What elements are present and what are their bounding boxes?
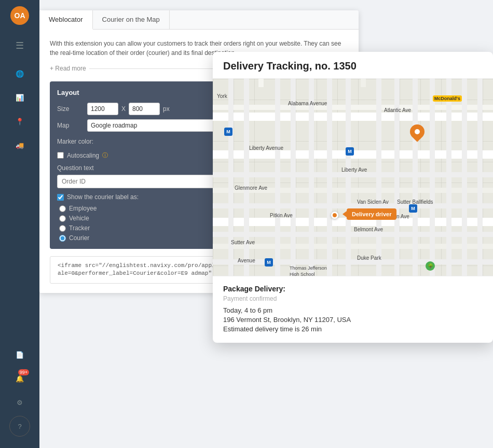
sidebar-item-document[interactable]: 📄: [9, 344, 30, 365]
info-icon: ⓘ: [102, 151, 108, 159]
autoscaling-checkbox[interactable]: [57, 152, 64, 159]
label-belmont: Belmont Ave: [354, 227, 383, 232]
tab-weblocator[interactable]: Weblocator: [39, 10, 93, 30]
radio-courier: Courier: [59, 234, 230, 242]
courier-label-row: Show the courier label as:: [57, 193, 230, 201]
question-text-label: Question text: [57, 164, 230, 172]
delivery-time: Today, 4 to 6 pm: [223, 306, 483, 314]
sidebar-item-globe[interactable]: 🌐: [9, 63, 30, 84]
label-liberty: Liberty Ave: [341, 167, 367, 173]
mcdonalds-marker: McDonald's: [433, 95, 462, 102]
sidebar-item-truck[interactable]: 🚚: [9, 135, 30, 156]
radio-employee-label: Employee: [69, 205, 97, 212]
marker-color-label: Marker color:: [57, 138, 215, 145]
layout-box: Layout Size X px Map Google roadmap: [50, 81, 237, 249]
street-v5: [291, 79, 296, 276]
street-v2: [244, 79, 249, 276]
map-select[interactable]: Google roadmap: [87, 119, 230, 132]
metro-york: M: [224, 128, 232, 136]
delivery-overlay: Delivery Tracking, no. 1350 Alabama Ave: [213, 52, 493, 343]
park-marker: 🌳: [426, 261, 435, 271]
metro-avenue: M: [265, 258, 273, 267]
map-row: Map Google roadmap: [57, 119, 230, 132]
delivery-driver-badge: Delivery driver: [347, 208, 396, 220]
label-atlantic: Atlantic Ave: [384, 107, 411, 113]
label-vansiclen: Van Siclen Av: [357, 199, 389, 205]
size-height-input[interactable]: [129, 103, 160, 115]
metro-liberty: M: [346, 147, 354, 156]
radio-vehicle-label: Vehicle: [69, 215, 89, 222]
street-v3: [258, 79, 264, 87]
courier-label-text: Show the courier label as:: [67, 193, 139, 201]
tab-courier-map[interactable]: Courier on the Map: [93, 10, 170, 29]
street-v13: [430, 79, 435, 276]
sidebar: OA ☰ 🌐 📊 📍 🚚 📄 🔔 99+ ⚙ ?: [0, 0, 39, 448]
radio-vehicle-input[interactable]: [59, 215, 66, 222]
courier-label-checkbox[interactable]: [57, 194, 64, 201]
label-sutter: Sutter Ave: [231, 240, 255, 245]
radio-vehicle: Vehicle: [59, 215, 230, 222]
label-tj: Thomas JeffersonHigh School: [290, 265, 327, 276]
pin-dot: [415, 129, 420, 134]
radio-courier-label: Courier: [69, 234, 89, 242]
label-avenue: Avenue: [238, 258, 255, 263]
street-v15: [462, 79, 467, 276]
street-v4: [275, 79, 280, 276]
px-label: px: [163, 105, 170, 113]
package-title: Package Delivery:: [223, 285, 483, 293]
sidebar-item-help[interactable]: ?: [9, 416, 30, 437]
delivery-address: 196 Vermont St, Brooklyn, NY 11207, USA: [223, 316, 483, 324]
radio-tracker-label: Tracker: [69, 225, 90, 232]
destination-dot: [331, 212, 338, 219]
marker-color-row: Marker color:: [57, 136, 230, 147]
radio-employee: Employee: [59, 205, 230, 212]
sidebar-item-location[interactable]: 📍: [9, 111, 30, 132]
sidebar-item-settings[interactable]: ⚙: [9, 392, 30, 413]
size-width-input[interactable]: [87, 103, 118, 115]
sidebar-nav: 🌐 📊 📍 🚚: [9, 63, 30, 344]
autoscaling-row: Autoscaling ⓘ: [57, 151, 230, 159]
label-york: York: [217, 93, 227, 99]
label-glenmore: Glenmore Ave: [235, 185, 267, 191]
map-label: Map: [57, 122, 84, 129]
label-pitkin1: Pitkin Ave: [270, 213, 293, 218]
autoscaling-label: Autoscaling: [67, 152, 99, 159]
street-v10: [376, 79, 381, 276]
sidebar-item-bell[interactable]: 🔔 99+: [9, 368, 30, 389]
label-alabama: Alabama Avenue: [288, 101, 327, 106]
label-duke: Duke Park: [357, 255, 381, 261]
delivery-eta: Estimated delivery time is 26 min: [223, 325, 483, 333]
size-row: Size X px: [57, 103, 230, 115]
street-v12: [413, 79, 418, 276]
x-separator: X: [121, 105, 126, 113]
radio-employee-input[interactable]: [59, 205, 66, 212]
courier-label-radio-group: Employee Vehicle Tracker Courier: [57, 205, 230, 242]
delivery-map: Alabama Avenue Atlantic Ave Liberty Aven…: [213, 79, 493, 276]
radio-tracker-input[interactable]: [59, 225, 66, 232]
delivery-info: Package Delivery: Payment confirmed Toda…: [213, 276, 493, 343]
notification-badge: 99+: [18, 369, 29, 375]
question-text-input[interactable]: [57, 175, 230, 188]
courier-pin: [410, 124, 424, 143]
street-v8: [346, 79, 351, 276]
avatar: OA: [10, 6, 29, 25]
street-v1: [228, 79, 234, 276]
radio-courier-input[interactable]: [59, 235, 66, 242]
label-liberty-ave: Liberty Avenue: [249, 145, 283, 151]
delivery-header: Delivery Tracking, no. 1350: [213, 52, 493, 79]
tab-bar: Weblocator Courier on the Map: [39, 10, 359, 30]
radio-tracker: Tracker: [59, 225, 230, 232]
sidebar-item-chart[interactable]: 📊: [9, 87, 30, 108]
street-v14: [446, 79, 451, 276]
sidebar-bottom: 📄 🔔 99+ ⚙ ?: [9, 344, 30, 437]
metro-vansiclen: M: [409, 204, 417, 213]
payment-status: Payment confirmed: [223, 295, 483, 302]
size-label: Size: [57, 105, 84, 113]
menu-icon[interactable]: ☰: [9, 35, 30, 56]
street-v7: [327, 79, 332, 276]
street-v9: [361, 79, 366, 87]
delivery-title: Delivery Tracking, no. 1350: [223, 60, 483, 72]
layout-title: Layout: [57, 89, 230, 96]
street-v6: [309, 79, 314, 276]
street-v16: [477, 79, 483, 276]
